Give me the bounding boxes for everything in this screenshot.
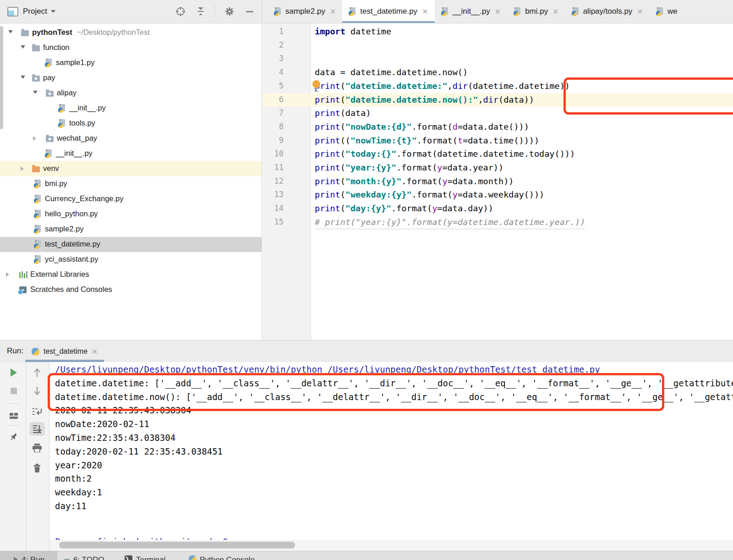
- code-line[interactable]: print("datetime.datetime:",dir(datetime.…: [263, 79, 733, 93]
- tree-item-sample2-py[interactable]: sample2.py: [0, 222, 262, 237]
- hscrollbar-thumb[interactable]: [59, 542, 295, 549]
- up-stack-icon[interactable]: [29, 366, 45, 379]
- project-tool-window-header: Project: [0, 0, 262, 23]
- tree-item-external-libraries[interactable]: External Libraries: [0, 267, 262, 282]
- tree-item-alipay[interactable]: alipay: [0, 86, 262, 101]
- code-token: =data.year)): [442, 163, 503, 172]
- python-file-icon: [34, 180, 42, 188]
- close-icon[interactable]: ✕: [495, 7, 501, 16]
- tree-item-pay[interactable]: pay: [0, 71, 262, 86]
- code-line[interactable]: print("month:{y}".format(y=data.month)): [263, 175, 733, 188]
- tree-item-venv[interactable]: venv: [0, 161, 262, 176]
- code-line[interactable]: print("today:{}".format(datetime.datetim…: [263, 147, 733, 161]
- console-line: today:2020-02-11 22:35:43.038451: [49, 445, 733, 459]
- editor-tab-alipay-tools-py[interactable]: alipay/tools.py✕: [565, 0, 650, 23]
- console-line: /Users/liyunpeng/Desktop/pythonTest/venv…: [49, 363, 733, 377]
- console-line: datetime.datetime: ['__add__', '__class_…: [49, 377, 733, 390]
- close-icon[interactable]: ✕: [92, 347, 98, 356]
- python-file-icon: [34, 210, 42, 219]
- code-token: t: [458, 136, 463, 145]
- tree-item-currency-exchange-py[interactable]: Currency_Exchange.py: [0, 192, 262, 207]
- statusbar-item-label: 4: Run: [22, 555, 44, 560]
- package-folder-icon: [32, 76, 40, 82]
- intention-bulb-icon[interactable]: [312, 80, 320, 88]
- rerun-icon[interactable]: [6, 366, 22, 379]
- statusbar-item-python-console[interactable]: Python Console: [189, 551, 261, 560]
- code-line[interactable]: print("datetime.datetime.now():",dir(dat…: [263, 93, 733, 107]
- code-token: ((: [340, 136, 350, 145]
- code-line[interactable]: [263, 38, 733, 52]
- collapse-all-icon[interactable]: [195, 6, 206, 17]
- soft-wrap-icon[interactable]: [29, 405, 45, 418]
- editor-tab-we[interactable]: we: [650, 0, 684, 23]
- code-token: (: [340, 190, 345, 199]
- code-token: print: [315, 190, 340, 199]
- pin-icon[interactable]: [6, 430, 22, 444]
- statusbar-item-4-run[interactable]: 4: Run: [0, 551, 57, 560]
- python-file-icon: [45, 149, 53, 158]
- code-line[interactable]: print(data): [263, 106, 733, 120]
- run-toolbar-main: [0, 362, 26, 551]
- tree-item-function[interactable]: function: [0, 40, 262, 55]
- tree-item-sample1-py[interactable]: sample1.py: [0, 55, 262, 71]
- python-file-icon: [34, 195, 42, 203]
- chevron-collapsed-icon[interactable]: [21, 166, 24, 171]
- restore-layout-icon[interactable]: [6, 409, 22, 423]
- tree-item-scratches-and-consoles[interactable]: »Scratches and Consoles: [0, 282, 262, 297]
- tree-item-pythontest[interactable]: pythonTest~/Desktop/pythonTest: [0, 25, 262, 40]
- code-line[interactable]: [263, 52, 733, 66]
- chevron-collapsed-icon[interactable]: [6, 272, 9, 277]
- tree-item-tools-py[interactable]: tools.py: [0, 116, 262, 131]
- print-icon[interactable]: [29, 441, 45, 455]
- run-tab[interactable]: test_datetime ✕: [25, 340, 104, 362]
- code-line[interactable]: print("weekday:{y}".format(y=data.weekda…: [263, 188, 733, 202]
- editor-tab-bmi-py[interactable]: bmi.py✕: [507, 0, 565, 23]
- chevron-expanded-icon[interactable]: [33, 91, 38, 94]
- code-token: print: [315, 95, 340, 104]
- close-icon[interactable]: ✕: [637, 7, 643, 16]
- locate-icon[interactable]: [175, 6, 186, 17]
- code-token: # print("year:{y}".format(y=datetime.dat…: [315, 217, 585, 227]
- code-line[interactable]: print("nowDate:{d}".format(d=data.date()…: [263, 120, 733, 134]
- tree-item--init-py[interactable]: __init__.py: [0, 146, 262, 161]
- chevron-down-icon[interactable]: [51, 10, 55, 13]
- statusbar-item-6-todo[interactable]: ≔6: TODO: [63, 551, 110, 560]
- code-line[interactable]: import datetime: [263, 25, 733, 38]
- stop-icon[interactable]: [6, 384, 22, 398]
- chevron-expanded-icon[interactable]: [21, 45, 25, 49]
- clear-all-icon[interactable]: [29, 461, 45, 475]
- tree-item-yci-assistant-py[interactable]: yci_assistant.py: [0, 252, 262, 267]
- close-icon[interactable]: ✕: [330, 7, 336, 16]
- code-token: (data): [340, 108, 371, 118]
- chevron-expanded-icon[interactable]: [8, 30, 13, 33]
- tab-label: sample2.py: [285, 7, 325, 16]
- close-icon[interactable]: ✕: [552, 7, 558, 16]
- code-line[interactable]: # print("year:{y}".format(y=datetime.dat…: [263, 215, 733, 229]
- down-stack-icon[interactable]: [29, 384, 45, 398]
- tree-item-label: Currency_Exchange.py: [45, 194, 124, 203]
- tree-item-hello-python-py[interactable]: hello_python.py: [0, 207, 262, 222]
- todo-list-icon: ≔: [63, 556, 70, 560]
- tree-item-wechat-pay[interactable]: wechat_pay: [0, 131, 262, 146]
- scroll-to-end-icon[interactable]: [29, 422, 45, 436]
- editor-tab-test-datetime-py[interactable]: test_datetime.py✕: [342, 0, 434, 23]
- code-line[interactable]: data = datetime.datetime.now(): [263, 66, 733, 79]
- editor-tab--init-py[interactable]: __init__.py✕: [435, 0, 508, 23]
- editor-tab-sample2-py[interactable]: sample2.py✕: [268, 0, 342, 23]
- chevron-expanded-icon[interactable]: [21, 76, 25, 79]
- run-console-output[interactable]: /Users/liyunpeng/Desktop/pythonTest/venv…: [49, 362, 733, 551]
- settings-gear-icon[interactable]: [224, 6, 235, 17]
- tree-item-bmi-py[interactable]: bmi.py: [0, 176, 262, 192]
- chevron-collapsed-icon[interactable]: [33, 136, 36, 141]
- python-file-icon: [572, 7, 580, 16]
- code-line[interactable]: print("day:{y}".format(y=data.day)): [263, 202, 733, 215]
- code-line[interactable]: print("year:{y}".format(y=data.year)): [263, 161, 733, 175]
- tree-item--init-py[interactable]: __init__.py: [0, 101, 262, 116]
- statusbar-item-terminal[interactable]: ❯_Terminal: [125, 551, 172, 560]
- close-icon[interactable]: ✕: [422, 7, 428, 16]
- tree-item-test-datetime-py[interactable]: test_datetime.py: [0, 237, 262, 252]
- code-editor[interactable]: 1import datetime234data = datetime.datet…: [263, 23, 733, 340]
- top-bar: Project sample2.py✕test_datetime.py✕__in…: [0, 0, 733, 23]
- hide-panel-icon[interactable]: [244, 6, 255, 17]
- code-line[interactable]: print(("nowTime:{t}".format(t=data.time(…: [263, 134, 733, 148]
